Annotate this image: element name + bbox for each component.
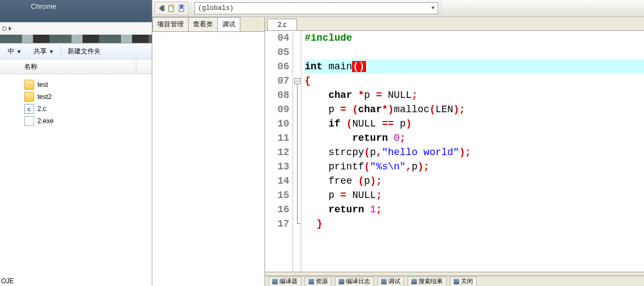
corner-text: OJE bbox=[1, 277, 14, 285]
aero-titlebar: Chrome bbox=[0, 0, 152, 35]
folder-icon bbox=[24, 92, 34, 102]
bottom-tab[interactable]: 编译器 bbox=[268, 277, 301, 286]
ide-toolbar: (globals)▼ bbox=[152, 0, 644, 17]
code-area[interactable]: 0405060708091011121314151617 #include in… bbox=[265, 31, 644, 272]
tab-icon bbox=[272, 279, 278, 284]
side-panel-body bbox=[152, 32, 265, 286]
file-name: 2.c bbox=[37, 105, 46, 113]
folder-icon bbox=[24, 80, 34, 90]
side-tab[interactable]: 查看类 bbox=[188, 17, 218, 31]
explorer-toolbar: 中▼ 共享▼ 新建文件夹 bbox=[0, 43, 152, 59]
file-item[interactable]: c2.c bbox=[24, 103, 152, 115]
svg-rect-4 bbox=[180, 5, 183, 9]
include-menu[interactable]: 中▼ bbox=[2, 45, 27, 58]
explorer-panel: Chrome 中▼ 共享▼ 新建文件夹 名称 testtest2c2.c2.ex… bbox=[0, 0, 152, 286]
side-tab[interactable]: 调试 bbox=[217, 17, 240, 31]
file-item[interactable]: test bbox=[24, 79, 152, 91]
tab-icon bbox=[381, 279, 387, 284]
side-tab[interactable]: 项目管理 bbox=[152, 17, 189, 31]
fold-gutter bbox=[293, 31, 301, 272]
file-item[interactable]: 2.exe bbox=[24, 115, 152, 127]
explorer-address-bar[interactable] bbox=[0, 22, 152, 35]
file-list: testtest2c2.c2.exe bbox=[0, 74, 152, 286]
code-editor: 2.c 0405060708091011121314151617 #includ… bbox=[265, 17, 644, 286]
code-text[interactable]: #include int main(){ char *p = NULL; p =… bbox=[301, 31, 644, 272]
tab-icon bbox=[411, 279, 417, 284]
chevron-right-icon bbox=[9, 26, 12, 31]
horizontal-splitter[interactable] bbox=[265, 272, 644, 276]
bottom-tabstrip: 编译器资源编译日志调试搜索结果关闭 bbox=[265, 276, 644, 286]
column-header-name[interactable]: 名称 bbox=[0, 59, 152, 74]
file-item[interactable]: test2 bbox=[24, 91, 152, 103]
separator bbox=[60, 46, 61, 56]
new-folder-button[interactable]: 新建文件夹 bbox=[62, 45, 106, 58]
file-name: test2 bbox=[37, 93, 52, 101]
bookmark-icon[interactable] bbox=[177, 4, 186, 13]
bottom-tab[interactable]: 关闭 bbox=[450, 277, 477, 286]
tab-icon bbox=[309, 279, 314, 284]
side-panel-tabs: 项目管理查看类调试 bbox=[152, 17, 265, 32]
exe-icon bbox=[24, 116, 34, 126]
toolbar-group-1 bbox=[155, 2, 189, 15]
bottom-tab[interactable]: 搜索结果 bbox=[408, 277, 447, 286]
tab-icon bbox=[454, 279, 459, 284]
bottom-tab[interactable]: 调试 bbox=[377, 277, 404, 286]
svg-marker-1 bbox=[159, 5, 162, 12]
file-name: test bbox=[37, 81, 48, 89]
cfile-icon: c bbox=[24, 104, 34, 114]
bottom-tab[interactable]: 资源 bbox=[305, 277, 332, 286]
editor-tab[interactable]: 2.c bbox=[267, 19, 297, 30]
tab-icon bbox=[339, 279, 344, 284]
svg-rect-0 bbox=[162, 6, 164, 11]
ide-panel: (globals)▼ 项目管理查看类调试 2.c 040506070809101… bbox=[152, 0, 644, 286]
scope-selector[interactable]: (globals)▼ bbox=[194, 2, 438, 14]
chrome-label: Chrome bbox=[0, 0, 152, 10]
ide-side-panel: 项目管理查看类调试 bbox=[152, 17, 265, 286]
nav-dot-icon bbox=[2, 26, 7, 31]
share-menu[interactable]: 共享▼ bbox=[28, 45, 59, 58]
file-name: 2.exe bbox=[37, 117, 53, 125]
back-icon[interactable] bbox=[157, 4, 166, 13]
toolbar-separator bbox=[441, 2, 442, 14]
toolbar-separator bbox=[191, 2, 192, 14]
thumbnail-strip bbox=[0, 35, 152, 43]
new-icon[interactable] bbox=[167, 4, 176, 13]
line-number-gutter: 0405060708091011121314151617 bbox=[265, 31, 293, 272]
editor-tabstrip: 2.c bbox=[265, 17, 644, 31]
bottom-tab[interactable]: 编译日志 bbox=[335, 277, 374, 286]
